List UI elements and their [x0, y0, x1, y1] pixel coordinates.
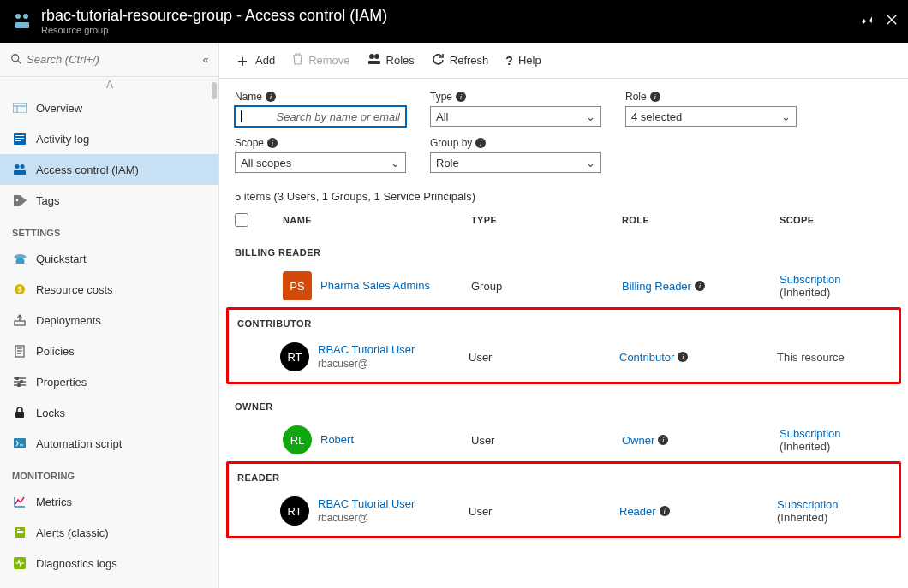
row-scope-link[interactable]: Subscription — [780, 427, 841, 440]
info-icon[interactable]: i — [267, 138, 278, 148]
col-name[interactable]: NAME — [283, 215, 471, 225]
sidebar-item-properties[interactable]: Properties — [0, 366, 218, 397]
info-icon[interactable]: i — [658, 435, 668, 445]
svg-rect-31 — [14, 438, 26, 448]
sidebar-item-overview[interactable]: Overview — [0, 92, 218, 123]
info-icon[interactable]: i — [695, 281, 705, 291]
sidebar-item-metrics[interactable]: Metrics — [0, 486, 218, 517]
svg-rect-14 — [14, 170, 26, 175]
row-name-link[interactable]: Robert — [320, 433, 471, 447]
info-icon[interactable]: i — [650, 92, 660, 102]
filter-role-select[interactable]: 4 selected⌄ — [625, 106, 797, 127]
info-icon[interactable]: i — [456, 92, 466, 102]
row-role-link[interactable]: Contributor — [619, 351, 674, 364]
sidebar-label: Resource costs — [36, 283, 113, 296]
sidebar-label: Activity log — [36, 133, 89, 146]
col-type[interactable]: TYPE — [471, 215, 622, 225]
roles-button[interactable]: Roles — [367, 53, 415, 68]
row-role-link[interactable]: Owner — [622, 434, 654, 447]
filter-name-input[interactable]: Search by name or email — [235, 106, 406, 127]
sidebar-item-quickstart[interactable]: Quickstart — [0, 243, 218, 274]
avatar: RT — [280, 496, 309, 526]
properties-icon — [12, 374, 27, 389]
svg-point-27 — [16, 377, 19, 380]
col-scope[interactable]: SCOPE — [780, 215, 893, 225]
help-button[interactable]: ? Help — [505, 54, 541, 68]
sidebar-item-access-control[interactable]: Access control (IAM) — [0, 154, 218, 185]
sidebar-item-activity-log[interactable]: Activity log — [0, 123, 218, 154]
info-icon[interactable]: i — [266, 92, 276, 102]
select-all-checkbox[interactable] — [235, 213, 248, 227]
svg-rect-19 — [15, 321, 25, 325]
filter-type-select[interactable]: All⌄ — [430, 106, 601, 127]
result-count: 5 items (3 Users, 1 Groups, 1 Service Pr… — [219, 181, 908, 210]
tags-icon — [12, 193, 27, 208]
sidebar-search-input[interactable] — [7, 49, 177, 71]
svg-point-13 — [21, 164, 25, 169]
row-scope-link[interactable]: Subscription — [777, 498, 839, 511]
info-icon[interactable]: i — [678, 352, 688, 362]
group-header-owner: OWNER — [219, 389, 908, 420]
svg-rect-34 — [17, 531, 23, 532]
sidebar-item-automation-script[interactable]: Automation script — [0, 428, 218, 459]
sidebar-item-deployments[interactable]: Deployments — [0, 305, 218, 336]
column-headers: NAME TYPE ROLE SCOPE — [219, 210, 908, 235]
group-header-contributor: CONTRIBUTOR — [237, 312, 890, 337]
activity-log-icon — [12, 131, 27, 146]
row-name-link[interactable]: Pharma Sales Admins — [320, 279, 471, 293]
collapse-sidebar-icon[interactable]: « — [198, 53, 213, 66]
refresh-icon — [432, 53, 445, 68]
filter-role-label: Role i — [625, 91, 797, 103]
pin-icon[interactable] — [862, 14, 874, 29]
filter-name-label: Name i — [235, 91, 406, 103]
sidebar-item-diagnostics-logs[interactable]: Diagnostics logs — [0, 548, 218, 579]
sidebar-item-resource-costs[interactable]: $ Resource costs — [0, 274, 218, 305]
avatar: PS — [283, 271, 312, 300]
refresh-button[interactable]: Refresh — [432, 53, 489, 68]
svg-rect-30 — [15, 412, 24, 418]
svg-rect-11 — [15, 140, 21, 141]
trash-icon — [292, 53, 303, 68]
row-sub: rbacuser@ — [318, 512, 469, 525]
svg-point-28 — [21, 381, 23, 383]
row-type: Group — [471, 280, 622, 293]
sidebar-label: Quickstart — [36, 252, 87, 265]
svg-point-37 — [369, 54, 374, 59]
sidebar-item-policies[interactable]: Policies — [0, 336, 218, 366]
close-icon[interactable] — [886, 14, 898, 29]
svg-rect-39 — [368, 61, 380, 64]
row-scope-link[interactable]: Subscription — [780, 273, 841, 286]
resource-group-icon — [10, 9, 34, 33]
table-row[interactable]: PS Pharma Sales Admins Group Billing Rea… — [219, 266, 908, 306]
quickstart-icon — [12, 251, 27, 266]
filter-groupby-label: Group by i — [430, 137, 601, 149]
sidebar: « ᐱ Overview Activity log Access — [0, 43, 219, 588]
svg-rect-35 — [17, 532, 23, 533]
sidebar-label: Diagnostics logs — [36, 557, 117, 570]
row-role-link[interactable]: Reader — [619, 505, 656, 518]
policies-icon — [12, 343, 27, 359]
svg-rect-33 — [17, 529, 20, 530]
sidebar-label: Access control (IAM) — [36, 163, 139, 176]
table-row[interactable]: RL Robert User Owner i Subscription (Inh… — [219, 420, 908, 460]
row-name-link[interactable]: RBAC Tutorial User — [318, 343, 469, 357]
sidebar-item-locks[interactable]: Locks — [0, 397, 218, 428]
svg-rect-5 — [13, 103, 27, 113]
table-row[interactable]: RT RBAC Tutorial User rbacuser@ User Rea… — [237, 491, 890, 531]
filter-scope-select[interactable]: All scopes⌄ — [235, 152, 406, 173]
col-role[interactable]: ROLE — [622, 215, 780, 225]
row-name-link[interactable]: RBAC Tutorial User — [318, 497, 469, 511]
chevron-down-icon: ⌄ — [781, 110, 791, 123]
row-role-link[interactable]: Billing Reader — [622, 280, 691, 293]
scroll-up-icon[interactable]: ᐱ — [0, 77, 218, 92]
sidebar-item-alerts[interactable]: Alerts (classic) — [0, 517, 218, 548]
info-icon[interactable]: i — [660, 506, 670, 516]
blade-subtitle: Resource group — [41, 25, 862, 36]
filter-groupby-select[interactable]: Role⌄ — [430, 152, 601, 173]
deployments-icon — [12, 312, 27, 328]
scrollbar-thumb[interactable] — [212, 82, 217, 99]
info-icon[interactable]: i — [475, 138, 486, 148]
add-button[interactable]: ＋ Add — [235, 50, 275, 71]
table-row[interactable]: RT RBAC Tutorial User rbacuser@ User Con… — [237, 337, 890, 377]
sidebar-item-tags[interactable]: Tags — [0, 185, 218, 216]
